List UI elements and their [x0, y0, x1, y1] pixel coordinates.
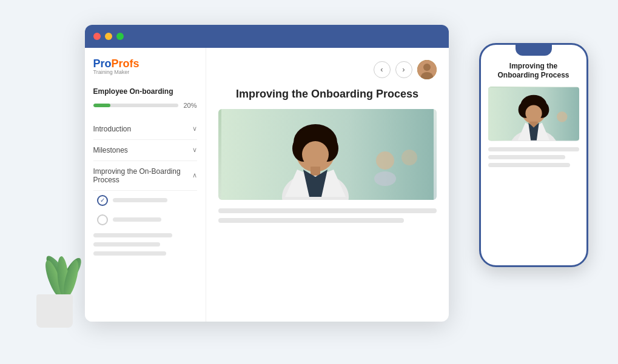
logo-subtitle: Training Maker [93, 69, 139, 75]
check-icon: ✓ [97, 195, 108, 206]
progress-fill [93, 104, 110, 107]
sidebar-item-label: Introduction [93, 125, 132, 133]
main-content-area: ‹ › Improving the Onboarding Proces [206, 48, 449, 322]
avatar[interactable] [417, 60, 437, 79]
sidebar-item-onboarding[interactable]: Improving the On-Boarding Process ∧ [93, 161, 197, 191]
prev-button[interactable]: ‹ [374, 61, 391, 78]
placeholder-line [93, 251, 166, 256]
sidebar-item-label: Improving the On-Boarding Process [93, 167, 192, 184]
sidebar-subitem-1[interactable]: ✓ [93, 191, 197, 210]
progress-bar-container: 20% [93, 102, 197, 109]
placeholder-line [93, 233, 172, 237]
logo-text: ProProfs [93, 58, 139, 70]
phone-course-title: Improving the Onboarding Process [488, 62, 579, 81]
placeholder-line [488, 155, 566, 159]
course-main-title: Improving the Onboarding Process [218, 88, 437, 101]
chevron-up-icon: ∧ [192, 171, 197, 179]
svg-point-16 [374, 171, 396, 186]
sidebar-item-milestones[interactable]: Milestones ∨ [93, 140, 197, 161]
logo-profs: Profs [112, 58, 139, 70]
sidebar-item-introduction[interactable]: Introduction ∨ [93, 119, 197, 140]
empty-circle-icon [97, 214, 108, 225]
prev-icon: ‹ [380, 65, 383, 74]
phone-placeholders [488, 147, 579, 167]
logo: ProProfs Training Maker [93, 58, 139, 75]
svg-point-27 [556, 111, 567, 122]
avatar-image [417, 60, 437, 79]
svg-rect-14 [311, 167, 320, 176]
phone-content: Improving the Onboarding Process [481, 56, 586, 173]
placeholder-line [218, 208, 437, 213]
phone-device: Improving the Onboarding Process [479, 43, 588, 267]
svg-point-17 [401, 150, 417, 165]
progress-track [93, 104, 179, 107]
sidebar-extra-items [93, 233, 197, 256]
subitem-placeholder [113, 217, 161, 222]
chevron-down-icon: ∨ [192, 125, 197, 133]
browser-content: ProProfs Training Maker Employee On-boar… [85, 48, 449, 322]
browser-titlebar [85, 25, 449, 48]
placeholder-line [488, 163, 570, 167]
sidebar-course-title: Employee On-boarding [93, 87, 197, 96]
svg-point-25 [525, 105, 542, 121]
chevron-down-icon: ∨ [192, 146, 197, 154]
logo-area: ProProfs Training Maker [93, 58, 197, 75]
svg-point-15 [376, 151, 394, 170]
course-illustration [218, 109, 437, 200]
next-icon: › [402, 65, 405, 74]
svg-point-13 [302, 141, 329, 168]
logo-pro: Pro [93, 58, 112, 70]
nav-row: ‹ › [218, 60, 437, 79]
phone-notch [516, 45, 552, 56]
scene: ProProfs Training Maker Employee On-boar… [36, 25, 582, 340]
content-placeholders [218, 208, 437, 223]
placeholder-line [488, 147, 579, 151]
phone-course-image [488, 87, 579, 141]
browser-window: ProProfs Training Maker Employee On-boar… [85, 25, 449, 322]
svg-point-1 [423, 64, 431, 71]
next-button[interactable]: › [395, 61, 412, 78]
plant-decoration [18, 219, 91, 328]
sidebar-subitem-2[interactable] [93, 210, 197, 230]
window-minimize-dot[interactable] [105, 33, 112, 40]
sidebar-item-label: Milestones [93, 146, 128, 154]
plant-pot [36, 294, 73, 328]
window-maximize-dot[interactable] [116, 33, 124, 40]
course-image [218, 109, 437, 200]
window-close-dot[interactable] [93, 33, 101, 40]
placeholder-line [218, 218, 404, 223]
sidebar: ProProfs Training Maker Employee On-boar… [85, 48, 206, 322]
subitem-placeholder [113, 198, 167, 202]
progress-percent: 20% [183, 102, 196, 109]
phone-illustration [488, 87, 579, 141]
placeholder-line [93, 242, 160, 247]
